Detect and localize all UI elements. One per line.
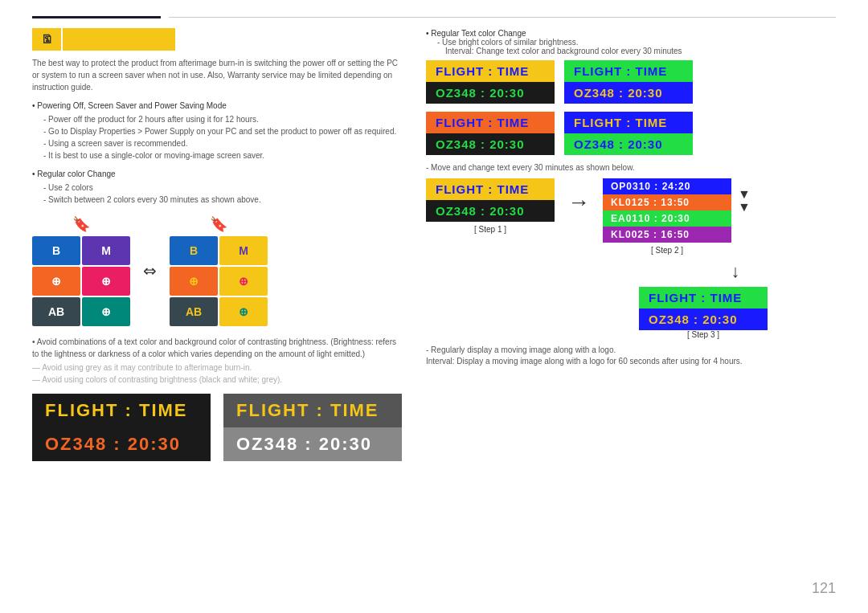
fp2a-row1: FLIGHT : TIME [426,112,555,133]
step3-row1: FLIGHT : TIME [639,287,768,309]
fp2b-row2: OZ348 : 20:30 [564,133,693,155]
fp1b-row1: FLIGHT : TIME [564,60,693,82]
step2-scroll-panel: OP0310 : 24:20KL0125 : 13:50EA0110 : 20:… [603,178,731,243]
final-bullet-2: Interval: Display a moving image along w… [426,357,836,366]
large-flight-panels: FLIGHT : TIME OZ348 : 20:30 FLIGHT : TIM… [32,394,402,461]
steps-area: FLIGHT : TIME OZ348 : 20:30 [ Step 1 ] →… [426,178,836,339]
section-icon-bar [63,28,175,51]
left-column: 🖻 The best way to protect the product fr… [32,28,402,461]
right-column: • Regular Text color Change - Use bright… [426,28,836,461]
scroll-row: KL0125 : 13:50 [603,194,731,210]
color-demo: 🔖 BM⊕⊕AB⊕ ⇔ 🔖 BM⊕⊕AB⊕ [32,215,402,326]
grid-cell: ⊕ [219,267,268,296]
fp1a-row1: FLIGHT : TIME [426,60,555,82]
fp-2b: FLIGHT : TIME OZ348 : 20:30 [564,112,693,155]
page-number: 121 [812,580,836,597]
color-grid-2: BM⊕⊕AB⊕ [170,236,268,326]
swap-arrows: ⇔ [143,261,157,280]
fp2a-row2: OZ348 : 20:30 [426,133,555,155]
step2-with-arrows: OP0310 : 24:20KL0125 : 13:50EA0110 : 20:… [603,178,751,255]
step3-label: [ Step 3 ] [687,330,719,339]
bullet-item-2: Regular color Change [32,170,402,178]
step1-panel: FLIGHT : TIME OZ348 : 20:30 [426,178,555,222]
grid-cell: ⊕ [82,267,130,296]
grid-cell: ⊕ [32,267,80,296]
fp-2a: FLIGHT : TIME OZ348 : 20:30 [426,112,555,155]
sub-item-1-1: Power off the product for 2 hours after … [43,113,402,125]
step1-row1: FLIGHT : TIME [426,178,555,200]
scroll-row: EA0110 : 20:30 [603,210,731,227]
move-text: - Move and change text every 30 minutes … [426,163,836,172]
grid-cell: ⊕ [82,297,130,326]
scroll-row: KL0025 : 16:50 [603,227,731,243]
step2-label: [ Step 2 ] [651,246,683,255]
grid-cell: M [219,236,268,265]
sub-item-2-1: Use 2 colors [43,182,402,194]
step2-block: OP0310 : 24:20KL0125 : 13:50EA0110 : 20:… [603,178,731,255]
page-container: 🖻 The best way to protect the product fr… [0,0,868,493]
fp-1b: FLIGHT : TIME OZ348 : 20:30 [564,60,693,104]
grid-cell: B [170,236,218,265]
sub-item-2-2: Switch between 2 colors every 30 minutes… [43,194,402,206]
grid-cell: AB [32,297,80,326]
down-arrow-2: ▼ [738,201,751,214]
right-panel-pair-2: FLIGHT : TIME OZ348 : 20:30 FLIGHT : TIM… [426,112,836,155]
large-gray-row2: OZ348 : 20:30 [223,427,402,461]
grid-cell: ⊕ [219,297,268,326]
bullet-section-2: Regular color Change Use 2 colors Switch… [32,170,402,206]
section-icon-block: 🖻 [32,28,402,51]
large-panel-dark: FLIGHT : TIME OZ348 : 20:30 [32,394,211,461]
fp2b-row1: FLIGHT : TIME [564,112,693,133]
step2-to-3-arrow: ↓ [635,261,836,282]
large-dark-row2: OZ348 : 20:30 [32,427,211,461]
sub-item-1-2: Go to Display Properties > Power Supply … [43,125,402,137]
step1-row2: OZ348 : 20:30 [426,200,555,222]
fp-1a: FLIGHT : TIME OZ348 : 20:30 [426,60,555,104]
sub-item-1-4: It is best to use a single-color or movi… [43,149,402,161]
arrow-right-icon: → [567,190,590,215]
top-bar-accent [32,16,161,18]
final-bullets: - Regularly display a moving image along… [426,345,836,366]
down-arrows: ▼ ▼ [738,188,751,214]
final-bullet-1: - Regularly display a moving image along… [426,345,836,354]
large-gray-row1: FLIGHT : TIME [223,394,402,427]
bullet-item-1: Powering Off, Screen Saver and Power Sav… [32,101,402,110]
scroll-row: OP0310 : 24:20 [603,178,731,194]
avoid-section: • Avoid combinations of a text color and… [32,336,402,384]
top-bar [32,16,836,18]
avoid-text-2: Avoid using grey as it may contribute to… [32,363,402,372]
right-bullet: • Regular Text color Change - Use bright… [426,28,836,55]
step3-row2: OZ348 : 20:30 [639,309,768,330]
sub-list-1: Power off the product for 2 hours after … [43,113,402,161]
step3-block: FLIGHT : TIME OZ348 : 20:30 [ Step 3 ] [571,287,836,339]
fp1a-row2: OZ348 : 20:30 [426,82,555,104]
steps-row-1-2: FLIGHT : TIME OZ348 : 20:30 [ Step 1 ] →… [426,178,836,255]
grid-cell: AB [170,297,218,326]
right-panel-pair-1: FLIGHT : TIME OZ348 : 20:30 FLIGHT : TIM… [426,60,836,104]
step3-panel: FLIGHT : TIME OZ348 : 20:30 [639,287,768,330]
grid-cell: M [82,236,130,265]
step1-label: [ Step 1 ] [474,225,506,234]
fp1b-row2: OZ348 : 20:30 [564,82,693,104]
color-grid-1: BM⊕⊕AB⊕ [32,236,130,326]
avoid-text-1: • Avoid combinations of a text color and… [32,336,402,360]
down-arrow-1: ▼ [738,188,751,201]
top-bar-line [169,17,836,18]
sub-list-2: Use 2 colors Switch between 2 colors eve… [43,182,402,206]
main-content: 🖻 The best way to protect the product fr… [32,28,836,461]
section-icon: 🖻 [32,28,61,51]
grid-cell: ⊕ [170,267,218,296]
body-text: The best way to protect the product from… [32,57,402,93]
large-panel-gray: FLIGHT : TIME OZ348 : 20:30 [223,394,402,461]
bullet-section-1: Powering Off, Screen Saver and Power Sav… [32,101,402,161]
sub-item-1-3: Using a screen saver is recommended. [43,137,402,149]
avoid-text-3: Avoid using colors of contrasting bright… [32,375,402,384]
large-dark-row1: FLIGHT : TIME [32,394,211,427]
grid-cell: B [32,236,80,265]
step1-block: FLIGHT : TIME OZ348 : 20:30 [ Step 1 ] [426,178,555,234]
